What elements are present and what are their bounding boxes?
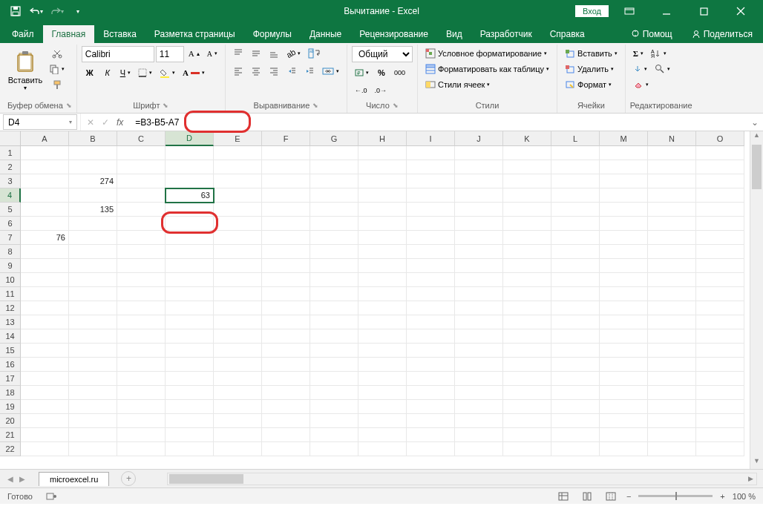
col-header[interactable]: O: [696, 131, 744, 146]
cell[interactable]: [166, 146, 214, 160]
cell[interactable]: [358, 414, 407, 428]
font-size-combo[interactable]: [156, 46, 184, 62]
align-left-icon[interactable]: [230, 64, 246, 79]
undo-icon[interactable]: ▾: [27, 1, 46, 21]
cell[interactable]: [358, 428, 407, 442]
cell[interactable]: [600, 301, 648, 315]
cell[interactable]: [117, 146, 166, 160]
find-select-icon[interactable]: ▾: [652, 62, 673, 76]
cell[interactable]: [551, 442, 600, 456]
copy-icon[interactable]: ▾: [46, 62, 68, 76]
scroll-up-icon[interactable]: ▲: [750, 131, 763, 143]
cell[interactable]: [551, 203, 600, 217]
cell[interactable]: [696, 146, 744, 160]
cell[interactable]: [503, 414, 551, 428]
cell[interactable]: [166, 259, 214, 273]
cell[interactable]: [117, 231, 166, 245]
border-icon[interactable]: ▾: [135, 65, 155, 80]
cell[interactable]: [407, 203, 455, 217]
clear-icon[interactable]: ▾: [630, 77, 652, 92]
cell[interactable]: [407, 287, 455, 301]
cell[interactable]: [117, 442, 166, 456]
cell[interactable]: [262, 146, 310, 160]
cell[interactable]: [117, 287, 166, 301]
cell[interactable]: [455, 203, 503, 217]
align-right-icon[interactable]: [266, 64, 282, 79]
cell[interactable]: [551, 372, 600, 386]
cell[interactable]: [648, 329, 696, 344]
col-header[interactable]: B: [69, 131, 117, 146]
cell[interactable]: [600, 442, 648, 456]
cell[interactable]: [262, 386, 310, 400]
cell[interactable]: [214, 203, 262, 217]
cell[interactable]: [455, 372, 503, 386]
row-header[interactable]: 20: [0, 414, 21, 428]
cell[interactable]: [262, 414, 310, 428]
cell[interactable]: [262, 231, 310, 245]
cell[interactable]: [262, 315, 310, 329]
col-header[interactable]: E: [214, 131, 262, 146]
cell[interactable]: [358, 287, 407, 301]
cell[interactable]: [310, 315, 358, 329]
cell[interactable]: [407, 146, 455, 160]
cell[interactable]: [503, 329, 551, 344]
cell[interactable]: [358, 372, 407, 386]
cell[interactable]: [262, 259, 310, 273]
hscroll-thumb[interactable]: [169, 474, 243, 484]
cell[interactable]: [648, 245, 696, 259]
cell[interactable]: [648, 344, 696, 358]
cell[interactable]: [214, 344, 262, 358]
cell[interactable]: [407, 372, 455, 386]
col-header[interactable]: L: [551, 131, 600, 146]
cell[interactable]: [262, 372, 310, 386]
cell[interactable]: [358, 273, 407, 287]
cell[interactable]: [21, 442, 69, 456]
decrease-indent-icon[interactable]: [284, 64, 300, 79]
cell[interactable]: [551, 160, 600, 174]
decrease-decimal-icon[interactable]: .0→: [371, 83, 390, 98]
cell[interactable]: [358, 442, 407, 456]
cell[interactable]: [117, 203, 166, 217]
cell[interactable]: [503, 287, 551, 301]
row-header[interactable]: 16: [0, 358, 21, 372]
increase-font-icon[interactable]: A▴: [186, 46, 203, 61]
cell[interactable]: [310, 428, 358, 442]
cell[interactable]: [455, 358, 503, 372]
cell[interactable]: [600, 344, 648, 358]
cell[interactable]: [214, 301, 262, 315]
cells-area[interactable]: 2746313576: [21, 146, 750, 469]
tab-вид[interactable]: Вид: [437, 25, 471, 43]
cell[interactable]: [600, 372, 648, 386]
cell[interactable]: [21, 245, 69, 259]
cell[interactable]: [117, 386, 166, 400]
cell[interactable]: [358, 188, 407, 203]
cell[interactable]: [648, 188, 696, 203]
cell[interactable]: [455, 442, 503, 456]
cell[interactable]: [21, 203, 69, 217]
cell[interactable]: [310, 301, 358, 315]
row-header[interactable]: 11: [0, 287, 21, 301]
cell-styles-button[interactable]: Стили ячеек▾: [422, 77, 493, 92]
tab-разработчик[interactable]: Разработчик: [471, 25, 541, 43]
cell[interactable]: [600, 174, 648, 188]
cell[interactable]: [262, 344, 310, 358]
row-header[interactable]: 6: [0, 217, 21, 231]
cell[interactable]: [407, 301, 455, 315]
cell[interactable]: [69, 231, 117, 245]
row-header[interactable]: 2: [0, 160, 21, 174]
cell[interactable]: [503, 315, 551, 329]
cell[interactable]: [69, 217, 117, 231]
cell[interactable]: [503, 217, 551, 231]
cell[interactable]: [407, 315, 455, 329]
cell[interactable]: [21, 287, 69, 301]
cell[interactable]: [166, 400, 214, 414]
cell[interactable]: [551, 315, 600, 329]
cell[interactable]: [117, 315, 166, 329]
cell[interactable]: [21, 188, 69, 203]
cell[interactable]: [551, 400, 600, 414]
cell[interactable]: [214, 188, 262, 203]
cell[interactable]: [455, 344, 503, 358]
name-box[interactable]: D4▾: [3, 114, 77, 130]
cell[interactable]: [648, 160, 696, 174]
cell[interactable]: [551, 287, 600, 301]
